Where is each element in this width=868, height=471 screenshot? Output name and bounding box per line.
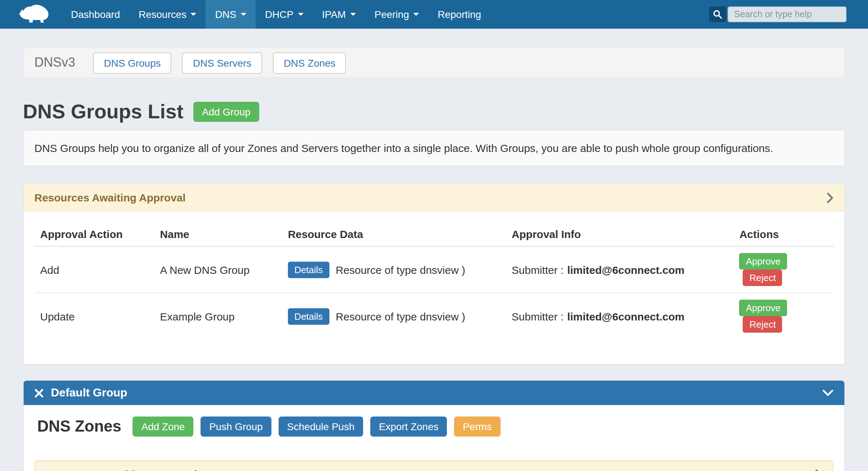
push-group-button[interactable]: Push Group (201, 417, 271, 437)
dns-groups-button[interactable]: DNS Groups (93, 52, 172, 73)
resource-data-cell: Details Resource of type dnsview ) (282, 293, 506, 339)
x-mark-icon[interactable] (34, 388, 44, 398)
add-zone-button[interactable]: Add Zone (133, 417, 193, 437)
navbar-search (709, 0, 847, 29)
default-group-body: DNS Zones Add Zone Push Group Schedule P… (24, 405, 844, 471)
approvals-panel-heading[interactable]: Resources Awaiting Approval (24, 184, 844, 211)
caret-down-icon (191, 13, 197, 16)
col-name: Name (154, 222, 282, 246)
approvals-panel: Resources Awaiting Approval Approval Act… (23, 184, 845, 365)
approve-button[interactable]: Approve (739, 300, 787, 316)
approval-row: Update Example Group Details Resource of… (34, 293, 834, 339)
nav-item-dns[interactable]: DNS (206, 0, 256, 29)
caret-down-icon (241, 13, 246, 16)
col-approval-action: Approval Action (34, 222, 154, 246)
search-icon[interactable] (709, 6, 726, 22)
caret-down-icon (298, 13, 303, 16)
chevron-down-icon[interactable] (822, 389, 834, 396)
chevron-right-icon[interactable] (815, 468, 822, 471)
reject-button[interactable]: Reject (743, 270, 782, 286)
dns-servers-button[interactable]: DNS Servers (182, 52, 262, 73)
approval-action-cell: Update (34, 293, 154, 339)
approvals-table: Approval Action Name Resource Data Appro… (34, 222, 834, 339)
caret-down-icon (413, 13, 419, 16)
page-title: DNS Groups List (23, 100, 183, 124)
nav-item-label: Resources (139, 9, 187, 20)
default-group-title: Default Group (51, 386, 127, 399)
col-resource-data: Resource Data (282, 222, 506, 246)
group-approvals-title: Resources Awaiting Approval (46, 468, 197, 471)
approval-info-cell: Submitter :limited@6connect.com (506, 246, 734, 293)
group-approvals-bar[interactable]: Resources Awaiting Approval (34, 460, 834, 471)
approvals-panel-body: Approval Action Name Resource Data Appro… (24, 211, 844, 364)
nav-item-peering[interactable]: Peering (365, 0, 429, 29)
description-box: DNS Groups help you to organize all of y… (23, 130, 845, 166)
nav-item-label: DHCP (265, 9, 293, 20)
approvals-panel-title: Resources Awaiting Approval (34, 191, 185, 204)
submitter-label: Submitter : (512, 310, 564, 322)
dns-zones-button[interactable]: DNS Zones (273, 52, 346, 73)
search-input[interactable] (728, 6, 847, 22)
dnsv3-subheader: DNSv3 DNS Groups DNS Servers DNS Zones (23, 47, 845, 78)
approval-info-cell: Submitter :limited@6connect.com (506, 293, 734, 339)
export-zones-button[interactable]: Export Zones (370, 417, 447, 437)
name-cell: A New DNS Group (154, 246, 282, 293)
approvals-header-row: Approval Action Name Resource Data Appro… (34, 222, 834, 246)
nav-item-label: Reporting (438, 9, 481, 20)
caret-down-icon (350, 13, 356, 16)
col-approval-info: Approval Info (506, 222, 734, 246)
nav-item-label: DNS (215, 9, 236, 20)
col-actions: Actions (734, 222, 834, 246)
nav-item-ipam[interactable]: IPAM (313, 0, 365, 29)
approval-row: Add A New DNS Group Details Resource of … (34, 246, 834, 293)
chevron-right-icon[interactable] (826, 192, 834, 203)
top-navbar: Dashboard Resources DNS DHCP IPAM Peerin… (0, 0, 868, 29)
nav-item-label: IPAM (322, 9, 346, 20)
description-text: DNS Groups help you to organize all of y… (34, 142, 773, 154)
dnsv3-label: DNSv3 (34, 55, 75, 70)
nav-item-resources[interactable]: Resources (129, 0, 206, 29)
nav-item-label: Peering (375, 9, 409, 20)
nav-item-dashboard[interactable]: Dashboard (62, 0, 129, 29)
name-cell: Example Group (154, 293, 282, 339)
reject-button[interactable]: Reject (743, 316, 782, 333)
resource-data-cell: Details Resource of type dnsview ) (282, 246, 506, 293)
add-group-button[interactable]: Add Group (193, 102, 259, 122)
dns-zones-title: DNS Zones (37, 416, 121, 437)
submitter-email: limited@6connect.com (567, 263, 685, 276)
details-button[interactable]: Details (288, 308, 329, 324)
approve-button[interactable]: Approve (739, 253, 787, 270)
resource-data-text: Resource of type dnsview ) (336, 263, 465, 276)
submitter-label: Submitter : (512, 263, 564, 276)
default-group-heading[interactable]: Default Group (24, 381, 844, 405)
default-group-panel: Default Group DNS Zones Add Zone Push Gr… (23, 380, 845, 471)
resource-data-text: Resource of type dnsview ) (336, 310, 465, 322)
nav-item-reporting[interactable]: Reporting (428, 0, 490, 29)
actions-cell: Approve Reject (734, 246, 834, 293)
approval-action-cell: Add (34, 246, 154, 293)
submitter-email: limited@6connect.com (567, 310, 685, 322)
details-button[interactable]: Details (288, 261, 329, 278)
title-row: DNS Groups List Add Group (23, 100, 845, 124)
schedule-push-button[interactable]: Schedule Push (279, 417, 363, 437)
actions-cell: Approve Reject (734, 293, 834, 339)
perms-button[interactable]: Perms (454, 417, 501, 437)
rhino-logo-icon[interactable] (19, 0, 52, 29)
nav-item-dhcp[interactable]: DHCP (256, 0, 313, 29)
dns-zones-toolbar: DNS Zones Add Zone Push Group Schedule P… (34, 416, 834, 437)
nav-item-label: Dashboard (71, 9, 120, 20)
